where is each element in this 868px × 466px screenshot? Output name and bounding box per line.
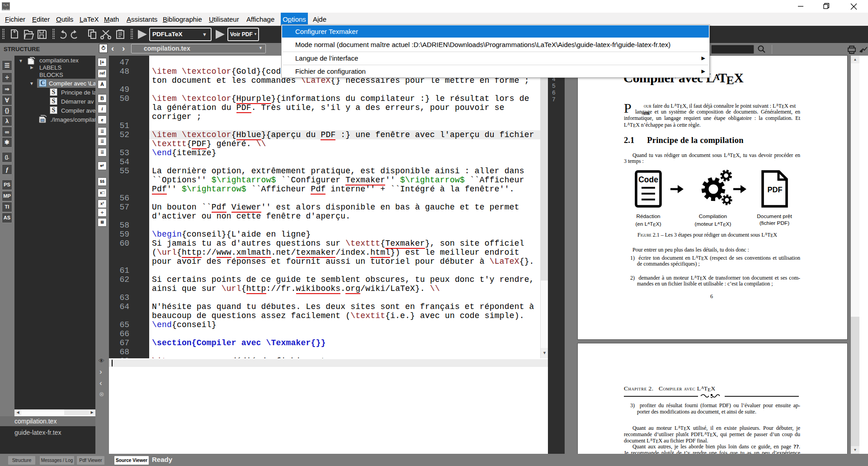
- svg-text:Code: Code: [638, 175, 658, 184]
- svg-text:PDF: PDF: [768, 185, 783, 194]
